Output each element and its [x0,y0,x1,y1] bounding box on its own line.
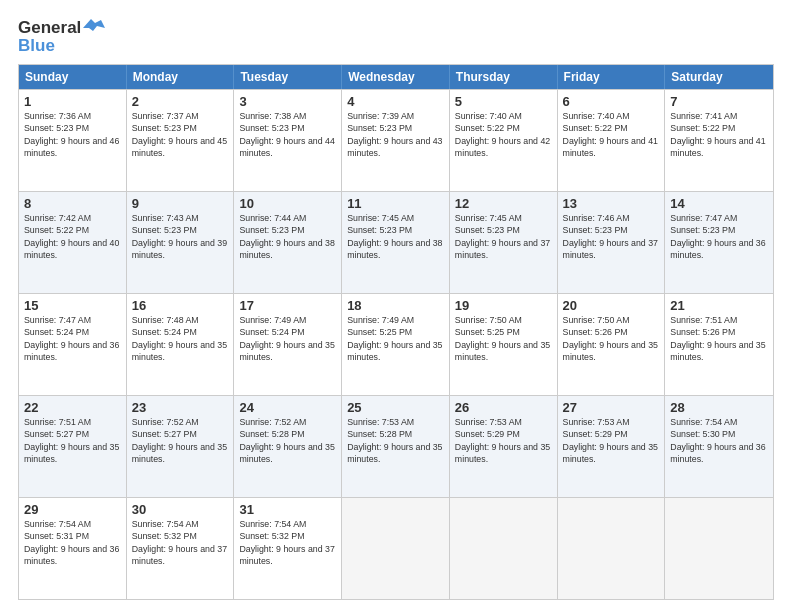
day-info: Sunrise: 7:49 AMSunset: 5:25 PMDaylight:… [347,314,444,363]
day-info: Sunrise: 7:53 AMSunset: 5:28 PMDaylight:… [347,416,444,465]
calendar-cell: 5Sunrise: 7:40 AMSunset: 5:22 PMDaylight… [450,90,558,191]
day-info: Sunrise: 7:54 AMSunset: 5:30 PMDaylight:… [670,416,768,465]
day-number: 3 [239,94,336,109]
calendar-cell: 29Sunrise: 7:54 AMSunset: 5:31 PMDayligh… [19,498,127,599]
calendar-cell: 15Sunrise: 7:47 AMSunset: 5:24 PMDayligh… [19,294,127,395]
day-info: Sunrise: 7:52 AMSunset: 5:28 PMDaylight:… [239,416,336,465]
calendar-cell: 1Sunrise: 7:36 AMSunset: 5:23 PMDaylight… [19,90,127,191]
day-info: Sunrise: 7:36 AMSunset: 5:23 PMDaylight:… [24,110,121,159]
calendar-cell: 20Sunrise: 7:50 AMSunset: 5:26 PMDayligh… [558,294,666,395]
day-number: 29 [24,502,121,517]
calendar-row: 29Sunrise: 7:54 AMSunset: 5:31 PMDayligh… [19,497,773,599]
logo-general: General [18,18,81,38]
calendar-cell: 21Sunrise: 7:51 AMSunset: 5:26 PMDayligh… [665,294,773,395]
calendar-cell: 23Sunrise: 7:52 AMSunset: 5:27 PMDayligh… [127,396,235,497]
day-info: Sunrise: 7:38 AMSunset: 5:23 PMDaylight:… [239,110,336,159]
calendar-cell: 22Sunrise: 7:51 AMSunset: 5:27 PMDayligh… [19,396,127,497]
day-info: Sunrise: 7:47 AMSunset: 5:24 PMDaylight:… [24,314,121,363]
day-info: Sunrise: 7:53 AMSunset: 5:29 PMDaylight:… [563,416,660,465]
day-info: Sunrise: 7:54 AMSunset: 5:32 PMDaylight:… [132,518,229,567]
calendar-cell: 4Sunrise: 7:39 AMSunset: 5:23 PMDaylight… [342,90,450,191]
calendar-header-cell: Sunday [19,65,127,89]
day-info: Sunrise: 7:45 AMSunset: 5:23 PMDaylight:… [347,212,444,261]
day-info: Sunrise: 7:50 AMSunset: 5:26 PMDaylight:… [563,314,660,363]
day-info: Sunrise: 7:54 AMSunset: 5:31 PMDaylight:… [24,518,121,567]
day-number: 12 [455,196,552,211]
day-number: 21 [670,298,768,313]
calendar-row: 15Sunrise: 7:47 AMSunset: 5:24 PMDayligh… [19,293,773,395]
calendar-row: 8Sunrise: 7:42 AMSunset: 5:22 PMDaylight… [19,191,773,293]
day-number: 6 [563,94,660,109]
header: General Blue [18,18,774,56]
day-info: Sunrise: 7:41 AMSunset: 5:22 PMDaylight:… [670,110,768,159]
logo: General Blue [18,18,105,56]
day-number: 23 [132,400,229,415]
day-number: 10 [239,196,336,211]
day-info: Sunrise: 7:42 AMSunset: 5:22 PMDaylight:… [24,212,121,261]
logo-blue: Blue [18,36,55,56]
day-info: Sunrise: 7:48 AMSunset: 5:24 PMDaylight:… [132,314,229,363]
day-info: Sunrise: 7:47 AMSunset: 5:23 PMDaylight:… [670,212,768,261]
day-number: 11 [347,196,444,211]
day-number: 4 [347,94,444,109]
day-info: Sunrise: 7:44 AMSunset: 5:23 PMDaylight:… [239,212,336,261]
day-number: 18 [347,298,444,313]
calendar-cell-empty [558,498,666,599]
day-info: Sunrise: 7:50 AMSunset: 5:25 PMDaylight:… [455,314,552,363]
day-number: 7 [670,94,768,109]
calendar-cell: 24Sunrise: 7:52 AMSunset: 5:28 PMDayligh… [234,396,342,497]
day-info: Sunrise: 7:51 AMSunset: 5:26 PMDaylight:… [670,314,768,363]
calendar-row: 22Sunrise: 7:51 AMSunset: 5:27 PMDayligh… [19,395,773,497]
calendar-body: 1Sunrise: 7:36 AMSunset: 5:23 PMDaylight… [19,89,773,599]
calendar-cell: 25Sunrise: 7:53 AMSunset: 5:28 PMDayligh… [342,396,450,497]
day-number: 14 [670,196,768,211]
day-number: 8 [24,196,121,211]
day-info: Sunrise: 7:49 AMSunset: 5:24 PMDaylight:… [239,314,336,363]
svg-marker-0 [83,19,105,31]
day-number: 9 [132,196,229,211]
day-number: 20 [563,298,660,313]
day-number: 24 [239,400,336,415]
calendar-cell-empty [450,498,558,599]
day-number: 1 [24,94,121,109]
page: General Blue SundayMondayTuesdayWednesda… [0,0,792,612]
day-number: 16 [132,298,229,313]
calendar-cell: 14Sunrise: 7:47 AMSunset: 5:23 PMDayligh… [665,192,773,293]
calendar-cell: 26Sunrise: 7:53 AMSunset: 5:29 PMDayligh… [450,396,558,497]
day-info: Sunrise: 7:51 AMSunset: 5:27 PMDaylight:… [24,416,121,465]
day-info: Sunrise: 7:43 AMSunset: 5:23 PMDaylight:… [132,212,229,261]
day-info: Sunrise: 7:52 AMSunset: 5:27 PMDaylight:… [132,416,229,465]
day-number: 25 [347,400,444,415]
calendar-cell-empty [342,498,450,599]
day-info: Sunrise: 7:54 AMSunset: 5:32 PMDaylight:… [239,518,336,567]
day-info: Sunrise: 7:39 AMSunset: 5:23 PMDaylight:… [347,110,444,159]
calendar-cell: 3Sunrise: 7:38 AMSunset: 5:23 PMDaylight… [234,90,342,191]
day-info: Sunrise: 7:46 AMSunset: 5:23 PMDaylight:… [563,212,660,261]
calendar-cell: 12Sunrise: 7:45 AMSunset: 5:23 PMDayligh… [450,192,558,293]
day-number: 27 [563,400,660,415]
day-info: Sunrise: 7:45 AMSunset: 5:23 PMDaylight:… [455,212,552,261]
day-number: 13 [563,196,660,211]
calendar: SundayMondayTuesdayWednesdayThursdayFrid… [18,64,774,600]
day-number: 2 [132,94,229,109]
calendar-cell: 19Sunrise: 7:50 AMSunset: 5:25 PMDayligh… [450,294,558,395]
calendar-cell-empty [665,498,773,599]
day-number: 30 [132,502,229,517]
calendar-cell: 28Sunrise: 7:54 AMSunset: 5:30 PMDayligh… [665,396,773,497]
calendar-cell: 17Sunrise: 7:49 AMSunset: 5:24 PMDayligh… [234,294,342,395]
calendar-cell: 6Sunrise: 7:40 AMSunset: 5:22 PMDaylight… [558,90,666,191]
calendar-header-cell: Monday [127,65,235,89]
day-number: 28 [670,400,768,415]
day-number: 22 [24,400,121,415]
calendar-header-cell: Wednesday [342,65,450,89]
day-info: Sunrise: 7:37 AMSunset: 5:23 PMDaylight:… [132,110,229,159]
calendar-cell: 16Sunrise: 7:48 AMSunset: 5:24 PMDayligh… [127,294,235,395]
day-info: Sunrise: 7:53 AMSunset: 5:29 PMDaylight:… [455,416,552,465]
calendar-cell: 30Sunrise: 7:54 AMSunset: 5:32 PMDayligh… [127,498,235,599]
calendar-cell: 11Sunrise: 7:45 AMSunset: 5:23 PMDayligh… [342,192,450,293]
calendar-cell: 27Sunrise: 7:53 AMSunset: 5:29 PMDayligh… [558,396,666,497]
calendar-cell: 31Sunrise: 7:54 AMSunset: 5:32 PMDayligh… [234,498,342,599]
calendar-header-cell: Saturday [665,65,773,89]
calendar-cell: 9Sunrise: 7:43 AMSunset: 5:23 PMDaylight… [127,192,235,293]
day-number: 15 [24,298,121,313]
